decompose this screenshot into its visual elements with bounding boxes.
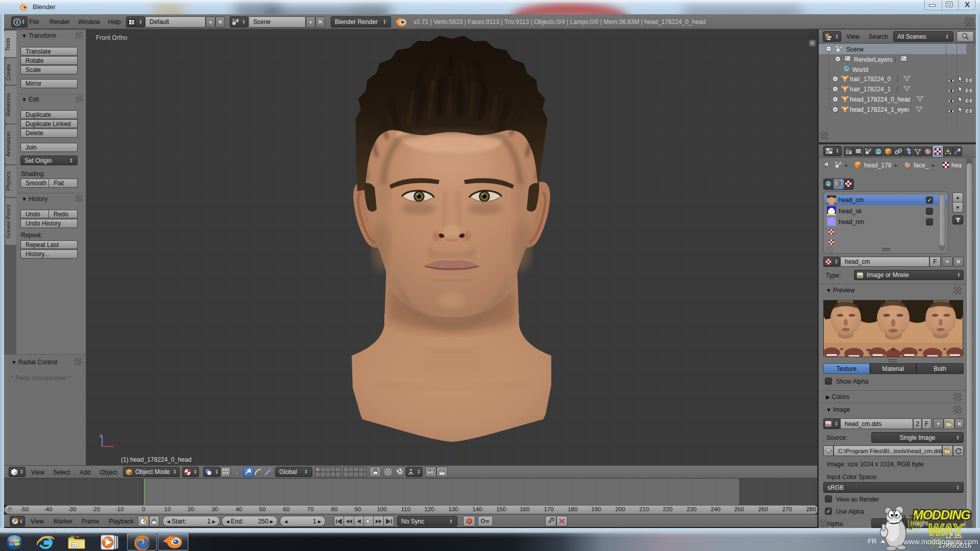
svg-text:z: z — [100, 433, 102, 438]
svg-text:i: i — [16, 19, 18, 25]
svg-text:+: + — [433, 468, 435, 472]
svg-text:W: W — [907, 513, 925, 533]
